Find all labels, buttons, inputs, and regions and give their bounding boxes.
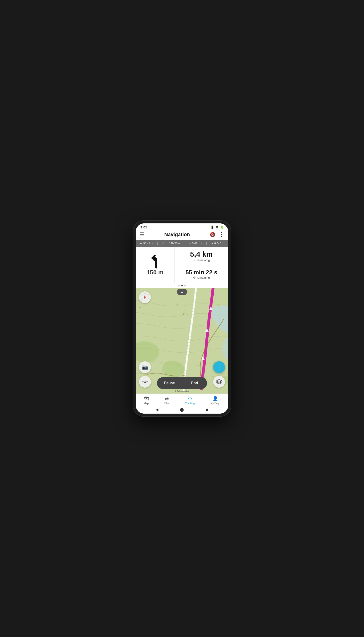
stat-duration-value: 1d 12h 56m — [166, 242, 180, 245]
system-nav: ◀ ⬤ ◼ — [136, 406, 228, 414]
nav-item-tracking[interactable]: ⊙ Tracking — [182, 395, 198, 405]
end-button[interactable]: End — [182, 377, 207, 389]
nav-item-plan[interactable]: ⇌ Plan — [162, 396, 172, 405]
stat-ascent: ▲ 5,421 m — [188, 242, 202, 245]
status-time: 3:05 — [140, 225, 147, 229]
dots-indicator — [136, 283, 228, 288]
menu-icon[interactable]: ☰ — [140, 232, 144, 238]
recent-button[interactable]: ◼ — [206, 408, 208, 412]
header: ☰ Navigation 🔇 ⋮ — [136, 230, 228, 240]
more-fab-button[interactable]: ⋮ — [213, 361, 225, 373]
locate-button[interactable] — [139, 376, 151, 388]
nav-item-map[interactable]: 🗺 Map — [141, 395, 152, 405]
camera-icon: 📷 — [142, 364, 148, 370]
turn-icon — [148, 254, 162, 268]
map-nav-label: Map — [144, 402, 148, 405]
page-title: Navigation — [164, 232, 190, 238]
svg-point-7 — [144, 381, 146, 383]
map-nav-icon: 🗺 — [144, 396, 149, 402]
pause-button[interactable]: Pause — [157, 377, 182, 389]
camera-button[interactable]: 📷 — [139, 361, 151, 373]
bottom-nav: 🗺 Map ⇌ Plan ⊙ Tracking 👤 My Page — [136, 394, 228, 406]
dot-2[interactable] — [181, 284, 183, 286]
status-bar: 3:05 📳 ⊖ 🔋 — [136, 224, 228, 230]
stat-distance: ↔ 90.4 km — [140, 242, 153, 245]
nav-left: 150 m — [136, 247, 175, 283]
copyright-text: © Outdooractive — [174, 390, 189, 392]
locate-icon — [142, 379, 148, 385]
more-dots-icon: ⋮ — [216, 365, 222, 370]
stat-distance-value: ↔ 90.4 km — [140, 242, 153, 245]
stat-ascent-value: ▲ 5,421 m — [188, 242, 202, 245]
stat-descent-value: ▼ 6,645 m — [211, 242, 224, 245]
plan-nav-icon: ⇌ — [165, 396, 169, 401]
plan-nav-label: Plan — [164, 402, 170, 404]
stat-divider-1 — [158, 242, 158, 245]
layers-icon — [216, 379, 222, 384]
dnd-icon: ⊖ — [216, 226, 218, 229]
stat-duration: ⏱ 1d 12h 56m — [162, 242, 180, 245]
phone-screen: 3:05 📳 ⊖ 🔋 ☰ Navigation 🔇 ⋮ ↔ 90.4 km ⏱ — [136, 224, 228, 414]
status-icons: 📳 ⊖ 🔋 — [210, 226, 224, 229]
nav-remaining-time: 55 min 22 s ⏱ remaining — [175, 265, 228, 283]
vibrate-icon: 📳 — [210, 226, 214, 229]
dot-1[interactable] — [178, 284, 180, 286]
remaining-time-value: 55 min 22 s — [186, 269, 217, 276]
phone-shell: 3:05 📳 ⊖ 🔋 ☰ Navigation 🔇 ⋮ ↔ 90.4 km ⏱ — [133, 221, 231, 416]
pause-end-bar: Pause End — [157, 377, 207, 389]
next-turn-distance: 150 m — [147, 269, 164, 276]
collapse-arrow-icon: ▲ — [180, 290, 184, 294]
collapse-button[interactable]: ▲ — [177, 289, 187, 295]
header-right: 🔇 ⋮ — [210, 231, 224, 238]
layers-button[interactable] — [213, 376, 225, 388]
home-button[interactable]: ⬤ — [180, 408, 184, 412]
stat-duration-icon: ⏱ — [162, 242, 164, 245]
nav-remaining-distance: 5,4 km ↔ remaining — [175, 247, 228, 265]
stat-divider-2 — [184, 242, 184, 245]
mypage-nav-label: My Page — [210, 402, 220, 404]
mypage-nav-icon: 👤 — [212, 396, 218, 401]
sound-icon[interactable]: 🔇 — [210, 232, 216, 237]
arrows-icon: ↔ — [193, 258, 196, 262]
compass-icon — [141, 293, 149, 302]
back-button[interactable]: ◀ — [156, 408, 158, 412]
remaining-time-label: ⏱ remaining — [193, 276, 210, 279]
battery-icon: 🔋 — [220, 226, 224, 229]
stat-descent: ▼ 6,645 m — [211, 242, 224, 245]
nav-panel: 150 m 5,4 km ↔ remaining 55 min 22 s ⏱ r… — [136, 247, 228, 283]
tracking-nav-label: Tracking — [185, 402, 195, 405]
stats-bar: ↔ 90.4 km ⏱ 1d 12h 56m ▲ 5,421 m ▼ 6,645… — [136, 240, 228, 247]
dot-3[interactable] — [184, 284, 186, 286]
remaining-km-value: 5,4 km — [190, 250, 213, 258]
map-area[interactable]: ▲ 📷 — [136, 288, 228, 394]
nav-right: 5,4 km ↔ remaining 55 min 22 s ⏱ remaini… — [175, 247, 228, 283]
compass-button[interactable] — [139, 292, 151, 303]
nav-item-mypage[interactable]: 👤 My Page — [208, 396, 223, 405]
remaining-km-label: ↔ remaining — [193, 258, 210, 262]
clock-icon: ⏱ — [193, 276, 196, 279]
tracking-nav-icon: ⊙ — [188, 396, 192, 402]
more-menu-icon[interactable]: ⋮ — [219, 231, 224, 238]
stat-divider-3 — [206, 242, 206, 245]
